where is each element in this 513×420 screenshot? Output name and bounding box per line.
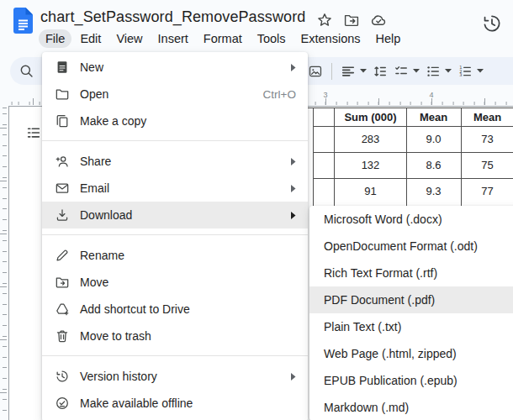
- menu-item-share[interactable]: Share: [42, 148, 308, 175]
- trash-icon: [55, 328, 70, 344]
- numbered-list-icon[interactable]: 1 2 3: [457, 64, 473, 79]
- menu-item-move-to-trash[interactable]: Move to trash: [42, 323, 308, 349]
- menu-item-open[interactable]: Open Ctrl+O: [42, 81, 308, 108]
- table-cell[interactable]: 91: [335, 179, 406, 203]
- menu-item-label: Rename: [80, 249, 124, 262]
- menu-file[interactable]: File: [39, 29, 71, 48]
- menu-item-label: Make a copy: [80, 114, 146, 128]
- cloud-status-icon[interactable]: [370, 12, 387, 29]
- vertical-ruler[interactable]: [0, 108, 7, 420]
- toolbar-icons: 1 2 3: [308, 57, 484, 85]
- table-header-cell[interactable]: Mean: [407, 108, 460, 126]
- menu-item-label: Move to trash: [80, 329, 151, 343]
- menu-item-new[interactable]: New: [42, 54, 308, 81]
- menu-item-label: New: [80, 60, 103, 74]
- menu-insert[interactable]: Insert: [151, 29, 195, 48]
- submenu-item-odt[interactable]: OpenDocument Format (.odt): [309, 233, 513, 260]
- submenu-arrow-icon: [291, 212, 296, 219]
- table-cell[interactable]: 73: [462, 127, 513, 151]
- submenu-arrow-icon: [291, 64, 296, 71]
- menu-separator: [42, 355, 308, 356]
- page-left-edge: [8, 106, 9, 420]
- version-history-icon: [55, 369, 70, 384]
- menu-item-move[interactable]: Move: [42, 269, 308, 296]
- toolbar-separator: [331, 63, 332, 80]
- submenu-item-epub[interactable]: EPUB Publication (.epub): [309, 367, 513, 394]
- menu-edit[interactable]: Edit: [73, 29, 108, 48]
- submenu-item-md[interactable]: Markdown (.md): [309, 394, 513, 420]
- submenu-item-txt[interactable]: Plain Text (.txt): [309, 313, 513, 340]
- ruler-number: 3: [321, 91, 330, 99]
- menu-item-label: Email: [80, 181, 109, 195]
- new-document-icon: [55, 60, 70, 75]
- menu-item-rename[interactable]: Rename: [42, 242, 308, 269]
- table-header-cell[interactable]: Sum (000): [335, 108, 406, 126]
- submenu-item-rtf[interactable]: Rich Text Format (.rtf): [309, 260, 513, 286]
- menu-item-make-a-copy[interactable]: Make a copy: [42, 108, 308, 134]
- align-dropdown-icon[interactable]: [360, 69, 367, 73]
- menu-item-label: Add shortcut to Drive: [80, 302, 190, 316]
- table-cell[interactable]: 132: [335, 153, 406, 177]
- email-icon: [55, 181, 70, 196]
- menu-item-version-history[interactable]: Version history: [42, 363, 308, 390]
- table-cell[interactable]: 75: [462, 153, 513, 177]
- submenu-arrow-icon: [291, 373, 296, 381]
- download-submenu: Microsoft Word (.docx) OpenDocument Form…: [309, 206, 513, 420]
- menu-extensions[interactable]: Extensions: [294, 29, 368, 48]
- bulleted-list-dropdown-icon[interactable]: [445, 69, 452, 73]
- insert-image-icon[interactable]: [308, 64, 323, 79]
- open-folder-icon: [55, 87, 70, 102]
- version-history-icon[interactable]: [481, 13, 503, 34]
- bulleted-list-icon[interactable]: [426, 64, 441, 79]
- submenu-arrow-icon: [291, 185, 296, 192]
- align-icon[interactable]: [341, 64, 356, 79]
- table-cell[interactable]: 77: [462, 179, 513, 203]
- menu-separator: [42, 234, 308, 235]
- numbered-list-dropdown-icon[interactable]: [477, 69, 484, 73]
- menu-item-label: Move: [80, 276, 108, 289]
- table-cell[interactable]: 283: [335, 127, 406, 151]
- checklist-dropdown-icon[interactable]: [413, 69, 420, 73]
- google-docs-window: Sum (000) Mean Mean 283 9.0 73 132 8.6 7…: [0, 0, 513, 420]
- menu-item-download[interactable]: Download: [42, 202, 308, 228]
- svg-text:3: 3: [459, 72, 462, 77]
- table-cell[interactable]: 9.0: [407, 127, 460, 151]
- checklist-icon[interactable]: [394, 64, 409, 79]
- search-menus-icon[interactable]: [19, 63, 34, 79]
- menu-help[interactable]: Help: [369, 29, 408, 48]
- download-icon: [55, 207, 70, 223]
- offline-pin-icon: [55, 396, 70, 411]
- table-border: [313, 108, 314, 207]
- submenu-item-pdf[interactable]: PDF Document (.pdf): [309, 286, 513, 313]
- menu-item-label: Make available offline: [80, 396, 193, 410]
- ruler-number: 4: [427, 91, 436, 99]
- menu-item-label: Open: [80, 87, 108, 101]
- submenu-item-html-zipped[interactable]: Web Page (.html, zipped): [309, 340, 513, 367]
- table-cell[interactable]: 9.3: [407, 179, 460, 203]
- menu-item-email[interactable]: Email: [42, 175, 308, 202]
- menu-item-label: Version history: [80, 370, 157, 383]
- submenu-item-docx[interactable]: Microsoft Word (.docx): [309, 206, 513, 233]
- menu-format[interactable]: Format: [197, 29, 249, 48]
- document-title[interactable]: chart_SetPassword_RemovePassword: [40, 8, 305, 26]
- menu-item-make-available-offline[interactable]: Make available offline: [42, 390, 308, 417]
- add-to-drive-icon: [55, 302, 70, 317]
- menu-item-add-shortcut-to-drive[interactable]: Add shortcut to Drive: [42, 296, 308, 323]
- menu-view[interactable]: View: [109, 29, 149, 48]
- menu-bar: File Edit View Insert Format Tools Exten…: [39, 29, 409, 48]
- submenu-arrow-icon: [291, 158, 296, 165]
- menu-tools[interactable]: Tools: [251, 29, 293, 48]
- google-docs-logo[interactable]: [13, 8, 33, 34]
- document-outline-icon[interactable]: [26, 125, 41, 140]
- table-header-cell[interactable]: Mean: [462, 108, 513, 126]
- star-icon[interactable]: [316, 12, 333, 29]
- menu-item-label: Share: [80, 155, 111, 168]
- file-menu: New Open Ctrl+O Make a copy Share: [42, 52, 308, 420]
- move-folder-icon[interactable]: [343, 12, 360, 29]
- menu-separator: [42, 140, 308, 141]
- menu-item-label: Download: [80, 208, 132, 222]
- line-spacing-icon[interactable]: [373, 64, 388, 79]
- ruler-ticks: [0, 108, 7, 420]
- table-cell[interactable]: 8.6: [407, 153, 460, 177]
- move-folder-icon: [55, 275, 70, 290]
